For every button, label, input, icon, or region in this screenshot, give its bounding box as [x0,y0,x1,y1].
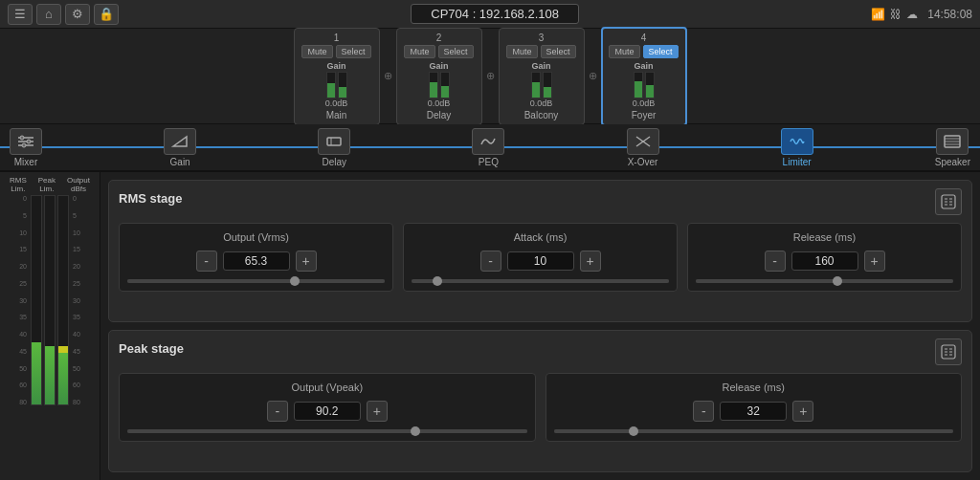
rms-release-minus-btn[interactable]: - [765,251,786,272]
rms-output-plus-btn[interactable]: + [296,251,317,272]
gain-meter-area-1 [326,72,347,98]
rms-attack-plus-btn[interactable]: + [580,251,601,272]
nav-label-speaker: Speaker [935,157,970,167]
mute-btn-2[interactable]: Mute [404,45,434,58]
select-btn-2[interactable]: Select [438,45,474,58]
gain-meter-fill-2 [430,82,437,98]
channel-section: 1 Mute Select Gain 0.0dB Main ⊕ 2 Mute [0,29,980,124]
peak-output-slider-thumb[interactable] [411,426,420,436]
settings-icon[interactable]: ⚙ [65,4,90,25]
rms-meter-fill [32,342,41,404]
rms-stage-title: RMS stage [119,191,182,206]
network-icon: ⛓ [890,8,902,21]
rms-calc-btn[interactable] [935,188,962,215]
rms-output-minus-btn[interactable]: - [196,251,217,272]
select-btn-3[interactable]: Select [541,45,576,58]
peak-calc-btn[interactable] [935,338,962,365]
rms-stage: RMS stage Output (Vrms) - + [108,180,972,322]
peak-release-label: Release (ms) [723,382,785,393]
gain-meter-fill-1b [339,87,346,97]
gain-meter-fill-3b [544,87,551,98]
nav-item-mixer[interactable]: Mixer [10,128,42,167]
channel-num-1: 1 [334,33,340,43]
nav-label-mixer: Mixer [14,157,37,167]
gain-meter-fill-4 [635,81,642,97]
svg-rect-7 [327,138,341,145]
peak-release-value[interactable] [720,402,787,421]
gain-meter-area-4 [634,72,655,98]
channel-strip-2: 2 Mute Select Gain 0.0dB Delay [396,28,482,125]
gain-meter-4 [634,72,643,98]
rms-attack-value[interactable] [507,251,574,271]
lock-icon[interactable]: 🔒 [94,4,119,25]
peak-output-value[interactable] [294,402,361,421]
rms-release-plus-btn[interactable]: + [864,251,885,272]
rms-attack-slider[interactable] [412,279,669,283]
channel-buttons-2: Mute Select [404,45,473,58]
rms-meter-bar [31,195,42,405]
peak-release-minus-btn[interactable]: - [693,401,714,422]
nav-item-peq[interactable]: PEQ [472,128,504,167]
peak-release-slider-thumb[interactable] [629,426,638,436]
mute-btn-4[interactable]: Mute [609,45,639,58]
gain-meter-1 [326,72,336,98]
peak-release-control: - + [693,401,813,422]
menu-icon[interactable]: ☰ [8,4,33,25]
gain-db-4: 0.0dB [633,98,656,108]
channel-num-4: 4 [641,33,647,43]
svg-point-5 [22,143,26,147]
output-meter-fill-green [58,353,68,405]
peak-meter-fill [45,346,55,404]
nav-label-limiter: Limiter [783,157,812,167]
rms-output-slider[interactable] [127,279,385,283]
rms-attack-slider-track [412,279,669,283]
meters-container: 051015202530354045506080 051015202530354… [4,195,96,476]
meter-scale-right: 051015202530354045506080 [71,195,84,405]
peak-release-plus-btn[interactable]: + [792,401,813,422]
svg-point-4 [27,140,31,143]
nav-item-gain[interactable]: Gain [164,128,196,167]
nav-item-limiter[interactable]: Limiter [781,128,813,167]
peak-release-slider[interactable] [554,429,954,433]
link-icon-3: ⊕ [589,70,597,82]
top-bar-right: 📶 ⛓ ☁ 14:58:08 [871,8,972,21]
svg-marker-6 [173,137,187,146]
rms-output-value[interactable] [223,251,290,271]
select-btn-4[interactable]: Select [643,45,679,58]
rms-attack-slider-thumb[interactable] [433,276,442,286]
gain-meter-fill-4b [646,85,654,97]
nav-item-speaker[interactable]: Speaker [935,128,970,167]
rms-release-value[interactable] [791,251,858,271]
rms-attack-box: Attack (ms) - + [403,223,678,292]
peak-output-plus-btn[interactable]: + [367,401,388,422]
rms-output-slider-thumb[interactable] [290,276,300,286]
rms-attack-minus-btn[interactable]: - [480,251,501,272]
top-bar: ☰ ⌂ ⚙ 🔒 CP704 : 192.168.2.108 📶 ⛓ ☁ 14:5… [0,0,980,29]
channel-name-1: Main [326,110,347,120]
meter-scale: 051015202530354045506080 [15,195,29,405]
home-icon[interactable]: ⌂ [36,4,61,25]
gain-meter-4b [645,72,655,98]
rms-output-label: Output (Vrms) [223,231,289,243]
rms-release-slider[interactable] [696,279,953,283]
select-btn-1[interactable]: Select [336,45,371,58]
rms-output-box: Output (Vrms) - + [119,223,393,292]
nav-item-delay[interactable]: Delay [318,128,350,167]
xover-icon [627,128,659,155]
gain-meter-3b [543,72,552,98]
peak-output-minus-btn[interactable]: - [267,401,288,422]
gain-label-3: Gain [531,61,550,71]
rms-stage-controls: Output (Vrms) - + Attack (ms) - [119,223,962,292]
nav-item-xover[interactable]: X-Over [627,128,659,167]
output-dbfs-label: OutputdBfs [67,176,90,193]
mute-btn-3[interactable]: Mute [506,45,537,58]
channel-name-2: Delay [427,110,452,120]
speaker-icon [936,128,969,155]
svg-rect-15 [942,195,955,208]
channel-strip-4: 4 Mute Select Gain 0.0dB Foyer [601,27,687,126]
rms-release-slider-thumb[interactable] [833,276,842,286]
mute-btn-1[interactable]: Mute [301,45,332,58]
peak-output-slider[interactable] [127,429,527,433]
channel-buttons-4: Mute Select [609,45,678,58]
svg-rect-22 [942,345,955,359]
